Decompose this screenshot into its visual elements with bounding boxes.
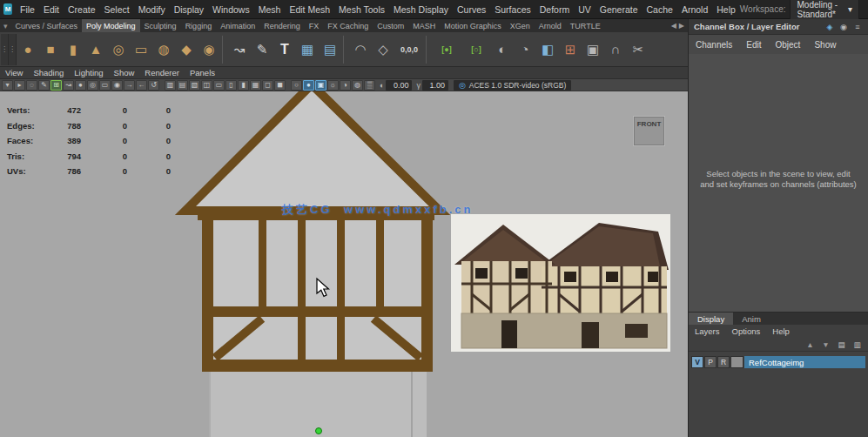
panel-menu-panels[interactable]: Panels <box>185 68 220 77</box>
shelf-tab-custom[interactable]: Custom <box>373 19 408 32</box>
shelf-tab-animation[interactable]: Animation <box>216 19 259 32</box>
mirror-icon[interactable]: ◧ <box>536 36 559 64</box>
panel-menu-renderer[interactable]: Renderer <box>139 68 185 77</box>
layer-editor-tab-display[interactable]: Display <box>689 313 733 325</box>
reference-image-plane[interactable] <box>451 214 670 352</box>
poly-disc-icon[interactable]: ◍ <box>152 36 175 64</box>
text-tool-icon[interactable]: T <box>273 36 296 64</box>
shelf-row-toggle2-icon[interactable]: ⋮ <box>9 34 17 65</box>
quad-draw-icon[interactable]: ◇ <box>372 36 394 64</box>
history-toggle-icon[interactable]: ↺ <box>148 80 159 91</box>
extrude-icon[interactable]: ⊞ <box>559 36 582 64</box>
boolean-icon[interactable]: ◐ <box>491 36 514 64</box>
menu-deform[interactable]: Deform <box>535 4 574 15</box>
ep-curve-tool-icon[interactable]: ↝ <box>228 36 251 64</box>
snap-view-icon[interactable]: ▭ <box>99 80 111 91</box>
shelf-tab-mash[interactable]: MASH <box>408 19 440 32</box>
bookmarks-icon[interactable]: ▤ <box>177 80 188 91</box>
shelf-tab-motion-graphics[interactable]: Motion Graphics <box>440 19 506 32</box>
exposure-value[interactable]: 0.00 <box>386 80 412 91</box>
menu-mesh-tools[interactable]: Mesh Tools <box>334 4 389 15</box>
textured-mode-icon[interactable]: ▣ <box>315 80 326 91</box>
type-tool-icon[interactable]: ▦ <box>296 36 319 64</box>
snap-point-icon[interactable]: ● <box>75 80 86 91</box>
shelf-tab-fx[interactable]: FX <box>305 19 324 32</box>
shaded-mode-icon[interactable]: ● <box>303 80 314 91</box>
menu-edit-mesh[interactable]: Edit Mesh <box>285 4 334 15</box>
menu-display[interactable]: Display <box>170 4 208 15</box>
menu-curves[interactable]: Curves <box>453 4 490 15</box>
channelbox-menu-channels[interactable]: Channels <box>689 40 739 50</box>
make-live-icon[interactable]: ◉ <box>111 80 123 91</box>
safe-title-icon[interactable]: ◼ <box>274 80 286 91</box>
poly-cylinder-icon[interactable]: ▮ <box>62 36 84 64</box>
workspace-selector[interactable]: Workspace: Modeling - Standard* ▾ <box>740 0 865 21</box>
gate-mask-icon[interactable]: ▮ <box>238 80 249 91</box>
workspace-dropdown[interactable]: Modeling - Standard* ▾ <box>790 0 859 21</box>
panel-menu-shading[interactable]: Shading <box>28 68 69 77</box>
colorspace-selector[interactable]: ◎ ACES 1.0 SDR-video (sRGB) <box>454 80 571 91</box>
layer-visibility-toggle[interactable]: V <box>691 356 703 368</box>
svg-tool-icon[interactable]: ▤ <box>319 36 341 64</box>
resolution-gate-icon[interactable]: ▯ <box>225 80 237 91</box>
sculpt-tool-icon[interactable]: ◠ <box>349 36 372 64</box>
panel-menu-lighting[interactable]: Lighting <box>69 68 108 77</box>
channel-settings-icon[interactable]: ≡ <box>852 23 863 31</box>
layer-row[interactable]: V P R RefCottageimg <box>691 356 865 368</box>
menu-cache[interactable]: Cache <box>643 4 677 15</box>
separate-icon[interactable]: [○] <box>461 36 491 64</box>
layer-display-type-toggle[interactable]: R <box>717 356 730 368</box>
shelf-tab-arnold[interactable]: Arnold <box>535 19 566 32</box>
field-chart-icon[interactable]: ▦ <box>250 80 261 91</box>
paint-select-icon[interactable]: ✎ <box>38 80 50 91</box>
two-panes-icon[interactable]: ◫ <box>201 80 212 91</box>
layer-playback-toggle[interactable]: P <box>704 356 717 368</box>
lasso-select-icon[interactable]: ◌ <box>26 80 37 91</box>
layer-editor-tab-anim[interactable]: Anim <box>733 313 770 325</box>
wireframe-mode-icon[interactable]: ○ <box>291 80 302 91</box>
layer-color-swatch[interactable] <box>730 356 744 368</box>
create-layer-from-selected-icon[interactable]: ▥ <box>851 340 863 350</box>
panel-menu-show[interactable]: Show <box>109 68 140 77</box>
menu-mesh-display[interactable]: Mesh Display <box>389 4 453 15</box>
selected-vertex[interactable] <box>316 428 322 434</box>
menu-create[interactable]: Create <box>64 4 100 15</box>
layer-name[interactable]: RefCottageimg <box>744 356 865 368</box>
layer-move-up-icon[interactable]: ▲ <box>804 340 816 350</box>
poly-sphere-icon[interactable]: ● <box>17 36 39 64</box>
menu-surfaces[interactable]: Surfaces <box>490 4 535 15</box>
menu-windows[interactable]: Windows <box>208 4 254 15</box>
menu-file[interactable]: File <box>16 4 39 15</box>
safe-action-icon[interactable]: ◻ <box>262 80 273 91</box>
shelf-tab-poly-modeling[interactable]: Poly Modeling <box>82 19 140 32</box>
house-model[interactable] <box>185 91 440 437</box>
poly-pipe-icon[interactable]: ◉ <box>198 36 220 64</box>
shelf-scroll-left-icon[interactable]: ◀ <box>671 22 676 30</box>
pencil-curve-tool-icon[interactable]: ✎ <box>251 36 273 64</box>
menu-arnold[interactable]: Arnold <box>677 4 712 15</box>
panel-menu-icon[interactable]: ▾ <box>2 80 13 91</box>
snap-curve-icon[interactable]: ↝ <box>63 80 74 91</box>
combine-icon[interactable]: [●] <box>432 36 461 64</box>
poly-cone-icon[interactable]: ▲ <box>84 36 107 64</box>
create-empty-layer-icon[interactable]: ▤ <box>836 340 847 350</box>
shelf-row-toggle-icon[interactable]: ⋮ <box>1 34 9 65</box>
input-connection-icon[interactable]: → <box>124 80 135 91</box>
poly-torus-icon[interactable]: ◎ <box>107 36 130 64</box>
ao-icon[interactable]: ◍ <box>352 80 363 91</box>
layer-menu-options[interactable]: Options <box>726 326 767 336</box>
poly-plane-icon[interactable]: ▭ <box>130 36 152 64</box>
bevel-icon[interactable]: ▣ <box>582 36 604 64</box>
shadows-icon[interactable]: ◑ <box>340 80 351 91</box>
shelf-tab-rendering[interactable]: Rendering <box>259 19 305 32</box>
snap-origin-icon[interactable]: 0,0,0 <box>394 36 424 64</box>
exposure-field[interactable]: ◐ 0.00 <box>380 80 412 91</box>
gamma-value[interactable]: 1.00 <box>422 80 448 91</box>
layer-menu-layers[interactable]: Layers <box>689 326 726 336</box>
use-all-lights-icon[interactable]: ☼ <box>327 80 339 91</box>
viewport-front-panel[interactable]: 技艺CG www.qdmxxfb.cn Verts: 472 0 0 Edges… <box>0 91 688 437</box>
menu-modify[interactable]: Modify <box>134 4 170 15</box>
menu-select[interactable]: Select <box>100 4 134 15</box>
show-manipulators-icon[interactable]: ◈ <box>824 23 835 31</box>
snap-grid-icon[interactable]: ⊞ <box>50 80 62 91</box>
